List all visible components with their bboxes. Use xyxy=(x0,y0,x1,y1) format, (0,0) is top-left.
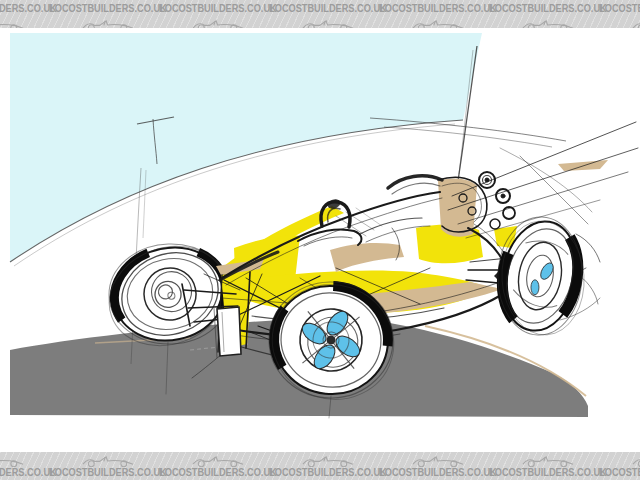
sketch-canvas xyxy=(0,28,640,452)
locost-seven-car-icon xyxy=(189,454,247,467)
banner-label: LOCOSTBUILDERS.CO.UK xyxy=(269,468,387,478)
watermarked-sketch-image: LOCOSTBUILDERS.CO.UK LOCOSTBUILDERS.CO.U… xyxy=(0,0,640,480)
banner-unit: LOCOSTBUILDERS.CO.UK xyxy=(493,452,603,478)
locost-seven-car-icon xyxy=(79,18,137,28)
banner-label: LOCOSTBUILDERS.CO.UK xyxy=(489,468,607,478)
locost-seven-car-icon xyxy=(629,454,640,467)
banner-label: LOCOSTBUILDERS.CO.UK xyxy=(379,468,497,478)
banner-unit: LOCOSTBUILDERS.CO.UK xyxy=(383,452,493,478)
banner-unit: LOCOSTBUILDERS.CO.UK xyxy=(273,452,383,478)
locost-seven-car-icon xyxy=(299,18,357,28)
bottom-watermark-banner: LOCOSTBUILDERS.CO.UK LOCOSTBUILDERS.CO.U… xyxy=(0,452,640,480)
locost-seven-car-icon xyxy=(299,454,357,467)
banner-unit: LOCOSTBUILDERS.CO.UK xyxy=(603,0,640,28)
locost-seven-car-icon xyxy=(79,454,137,467)
top-watermark-banner: LOCOSTBUILDERS.CO.UK LOCOSTBUILDERS.CO.U… xyxy=(0,0,640,28)
banner-row: LOCOSTBUILDERS.CO.UK LOCOSTBUILDERS.CO.U… xyxy=(0,452,640,478)
banner-label: LOCOSTBUILDERS.CO.UK xyxy=(159,4,277,14)
banner-label: LOCOSTBUILDERS.CO.UK xyxy=(269,4,387,14)
banner-unit: LOCOSTBUILDERS.CO.UK xyxy=(0,452,53,478)
locost-seven-car-icon xyxy=(0,18,27,28)
banner-label: LOCOSTBUILDERS.CO.UK xyxy=(159,468,277,478)
locost-seven-car-icon xyxy=(0,454,27,467)
banner-unit: LOCOSTBUILDERS.CO.UK xyxy=(493,0,603,28)
banner-label: LOCOSTBUILDERS.CO.UK xyxy=(599,4,640,14)
banner-unit: LOCOSTBUILDERS.CO.UK xyxy=(603,452,640,478)
buggy-sketch-drawing xyxy=(0,28,640,452)
banner-label: LOCOSTBUILDERS.CO.UK xyxy=(599,468,640,478)
banner-unit: LOCOSTBUILDERS.CO.UK xyxy=(163,0,273,28)
locost-seven-car-icon xyxy=(409,454,467,467)
cockpit-diagonal-trim xyxy=(330,243,404,272)
banner-row: LOCOSTBUILDERS.CO.UK LOCOSTBUILDERS.CO.U… xyxy=(0,0,640,28)
locost-seven-car-icon xyxy=(519,454,577,467)
banner-unit: LOCOSTBUILDERS.CO.UK xyxy=(53,452,163,478)
banner-unit: LOCOSTBUILDERS.CO.UK xyxy=(273,0,383,28)
banner-label: LOCOSTBUILDERS.CO.UK xyxy=(379,4,497,14)
locost-seven-car-icon xyxy=(629,18,640,28)
banner-unit: LOCOSTBUILDERS.CO.UK xyxy=(163,452,273,478)
banner-unit: LOCOSTBUILDERS.CO.UK xyxy=(383,0,493,28)
banner-label: LOCOSTBUILDERS.CO.UK xyxy=(49,468,167,478)
banner-label: LOCOSTBUILDERS.CO.UK xyxy=(489,4,607,14)
banner-unit: LOCOSTBUILDERS.CO.UK xyxy=(53,0,163,28)
locost-seven-car-icon xyxy=(519,18,577,28)
locost-seven-car-icon xyxy=(189,18,247,28)
locost-seven-car-icon xyxy=(409,18,467,28)
banner-unit: LOCOSTBUILDERS.CO.UK xyxy=(0,0,53,28)
rear-wheel xyxy=(480,204,600,348)
banner-label: LOCOSTBUILDERS.CO.UK xyxy=(49,4,167,14)
